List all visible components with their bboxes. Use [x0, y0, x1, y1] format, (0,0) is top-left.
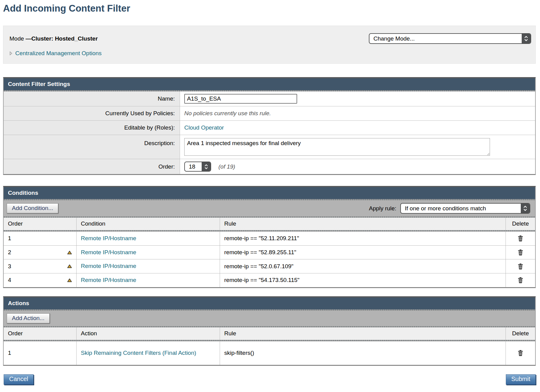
settings-section-header: Content Filter Settings: [4, 78, 535, 90]
conditions-section: Conditions Add Condition... Apply rule: …: [3, 186, 536, 288]
page-container: Add Incoming Content Filter Mode —Cluste…: [3, 3, 536, 385]
order-row: Order: 18 (of 19): [4, 159, 535, 174]
condition-rule: remote-ip == "52.11.209.211": [224, 235, 299, 242]
page-title: Add Incoming Content Filter: [3, 3, 536, 14]
change-mode-select-value: Change Mode...: [369, 35, 418, 42]
condition-row: 4 Remote IP/Hostname remote-ip == "54.17…: [4, 273, 535, 287]
footer-actions: Cancel Submit: [4, 374, 536, 385]
column-header-delete: Delete: [506, 218, 535, 230]
action-rule: skip-filters(): [224, 350, 254, 356]
condition-rule: remote-ip == "52.89.255.11": [224, 249, 296, 256]
condition-order: 3: [8, 263, 11, 270]
condition-row: 2 Remote IP/Hostname remote-ip == "52.89…: [4, 245, 535, 259]
change-mode-select[interactable]: Change Mode...: [369, 33, 531, 44]
name-label: Name:: [4, 91, 180, 106]
mode-value: —Cluster: Hosted_Cluster: [26, 35, 98, 42]
arrow-up-icon: [67, 264, 72, 268]
apply-rule-label: Apply rule:: [369, 205, 396, 212]
column-header-order: Order: [4, 218, 76, 230]
name-input[interactable]: [184, 94, 297, 104]
description-row: Description: Area 1 inspected messages f…: [4, 135, 535, 159]
conditions-toolbar: Add Condition... Apply rule: If one or m…: [4, 200, 535, 216]
delete-button[interactable]: [518, 249, 523, 255]
conditions-table-header: Order Condition Rule Delete: [4, 218, 535, 230]
trash-icon: [518, 235, 523, 241]
submit-button[interactable]: Submit: [506, 374, 536, 385]
condition-rule: remote-ip == "52.0.67.109": [224, 263, 293, 270]
actions-section-header: Actions: [4, 298, 535, 309]
policies-row: Currently Used by Policies: No policies …: [4, 106, 535, 120]
policies-value: No policies currently use this rule.: [184, 110, 271, 117]
actions-toolbar: Add Action...: [4, 311, 535, 326]
order-label: Order:: [4, 159, 180, 174]
move-up-button[interactable]: [67, 251, 72, 255]
condition-link[interactable]: Remote IP/Hostname: [81, 262, 136, 270]
condition-link[interactable]: Remote IP/Hostname: [81, 276, 136, 284]
select-stepper-icon: [522, 34, 531, 43]
trash-icon: [518, 249, 523, 255]
order-select[interactable]: 18: [184, 162, 211, 172]
condition-row: 3 Remote IP/Hostname remote-ip == "52.0.…: [4, 259, 535, 273]
roles-row: Editable by (Roles): Cloud Operator: [4, 120, 535, 135]
trash-icon: [518, 277, 523, 283]
move-up-button[interactable]: [67, 278, 72, 282]
description-textarea[interactable]: Area 1 inspected messages for final deli…: [184, 138, 490, 156]
delete-button[interactable]: [518, 277, 523, 283]
mode-box: Mode —Cluster: Hosted_Cluster Change Mod…: [3, 26, 536, 64]
disclosure-triangle-icon[interactable]: [9, 51, 13, 55]
apply-rule-select-value: If one or more conditions match: [401, 205, 489, 212]
column-header-rule: Rule: [220, 218, 506, 230]
condition-order: 2: [8, 249, 11, 256]
mode-label: Mode: [9, 35, 24, 42]
mode-text: Mode —Cluster: Hosted_Cluster: [9, 35, 98, 42]
add-action-button[interactable]: Add Action...: [7, 313, 50, 323]
select-stepper-icon: [521, 204, 530, 213]
trash-icon: [518, 350, 523, 356]
delete-button[interactable]: [518, 235, 523, 241]
content-filter-settings-section: Content Filter Settings Name: Currently …: [3, 77, 536, 175]
apply-rule-select[interactable]: If one or more conditions match: [400, 203, 530, 214]
column-header-condition: Condition: [76, 218, 220, 230]
arrow-up-icon: [67, 278, 72, 282]
cancel-button[interactable]: Cancel: [4, 374, 34, 385]
column-header-action: Action: [76, 327, 220, 340]
column-header-delete: Delete: [506, 327, 535, 340]
roles-label: Editable by (Roles):: [4, 121, 180, 135]
delete-button[interactable]: [518, 350, 523, 356]
action-order: 1: [8, 350, 11, 356]
conditions-section-header: Conditions: [4, 187, 535, 199]
trash-icon: [518, 263, 523, 269]
arrow-up-icon: [67, 251, 72, 255]
select-stepper-icon: [202, 162, 211, 171]
centralized-management-options-link[interactable]: Centralized Management Options: [15, 50, 102, 57]
condition-row: 1 Remote IP/Hostname remote-ip == "52.11…: [4, 231, 535, 245]
action-link[interactable]: Skip Remaining Content Filters (Final Ac…: [81, 349, 196, 357]
condition-order: 1: [8, 235, 11, 242]
policies-label: Currently Used by Policies:: [4, 106, 180, 120]
condition-link[interactable]: Remote IP/Hostname: [81, 249, 136, 256]
column-header-order: Order: [4, 327, 76, 340]
action-row: 1 Skip Remaining Content Filters (Final …: [4, 341, 535, 365]
name-row: Name:: [4, 91, 535, 106]
condition-link[interactable]: Remote IP/Hostname: [81, 235, 136, 242]
order-total-note: (of 19): [218, 163, 235, 170]
description-label: Description:: [4, 135, 180, 159]
condition-rule: remote-ip == "54.173.50.115": [224, 277, 300, 283]
column-header-rule: Rule: [220, 327, 506, 340]
actions-table-header: Order Action Rule Delete: [4, 327, 535, 340]
delete-button[interactable]: [518, 263, 523, 269]
move-up-button[interactable]: [67, 264, 72, 268]
condition-order: 4: [8, 277, 11, 283]
actions-section: Actions Add Action... Order Action Rule …: [3, 296, 536, 366]
order-select-value: 18: [185, 163, 198, 170]
cloud-operator-link[interactable]: Cloud Operator: [184, 124, 224, 131]
add-condition-button[interactable]: Add Condition...: [7, 203, 58, 213]
